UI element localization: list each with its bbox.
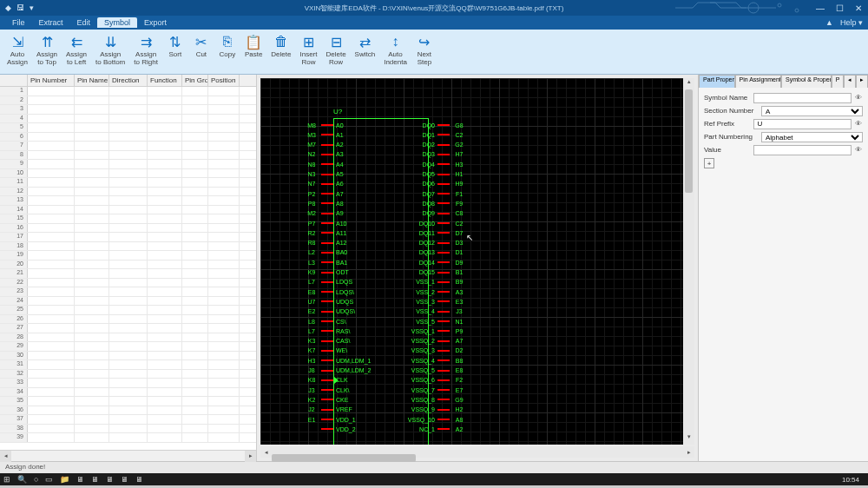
taskbar-icon[interactable]: 🖥 bbox=[121, 475, 128, 484]
prop-select[interactable]: Alphabet bbox=[761, 132, 863, 142]
table-row[interactable]: 31 bbox=[0, 360, 256, 370]
menu-symbol[interactable]: Symbol bbox=[97, 17, 137, 28]
pin-left[interactable]: L2BA0 bbox=[302, 249, 350, 256]
pin-left[interactable]: K8CLK bbox=[302, 377, 351, 384]
pin-right[interactable]: G2DQ2 bbox=[398, 142, 469, 148]
qat-dropdown-icon[interactable]: ▾ bbox=[30, 3, 34, 12]
pin-right[interactable]: B1DQ15 bbox=[398, 269, 469, 276]
table-row[interactable]: 39 bbox=[0, 433, 256, 443]
canvas-scroll-h[interactable]: ◂ ▸ bbox=[260, 446, 694, 458]
table-row[interactable]: 21 bbox=[0, 269, 256, 279]
col-pin-name[interactable]: Pin Name bbox=[75, 75, 109, 86]
help-button[interactable]: Help ▾ bbox=[840, 18, 863, 27]
pin-left[interactable]: L3BA1 bbox=[302, 259, 350, 266]
ribbon-delete[interactable]: 🗑Delete bbox=[267, 32, 294, 60]
table-row[interactable]: 2 bbox=[0, 96, 256, 106]
ribbon-paste[interactable]: 📋Paste bbox=[241, 32, 266, 60]
scroll-h-thumb[interactable] bbox=[272, 454, 416, 462]
table-row[interactable]: 13 bbox=[0, 196, 256, 206]
pin-right[interactable]: G8DQ0 bbox=[398, 122, 469, 129]
ribbon-cut[interactable]: ✂Cut bbox=[189, 32, 214, 60]
pin-left[interactable]: K2CKE bbox=[302, 396, 351, 403]
table-row[interactable]: 12 bbox=[0, 188, 256, 197]
pin-left[interactable]: R2A11 bbox=[302, 229, 349, 236]
prop-input[interactable] bbox=[753, 119, 852, 129]
pin-left[interactable]: U7UDQS bbox=[302, 298, 356, 305]
symbol-canvas[interactable]: U? M8A0M3A1M7A2N2A3N8A4N3A5N7A6P2A7P8A8M… bbox=[260, 78, 694, 445]
pin-right[interactable]: B8VSSQ_4 bbox=[398, 357, 469, 364]
pin-left[interactable]: P7A10 bbox=[302, 220, 349, 227]
pin-right[interactable]: P9VSSQ_1 bbox=[398, 327, 469, 334]
menu-export[interactable]: Export bbox=[137, 17, 174, 28]
pin-left[interactable]: L7RAS\ bbox=[302, 327, 352, 334]
pin-left[interactable]: J3CLK\ bbox=[302, 386, 352, 393]
pin-right[interactable]: A8VSSQ_10 bbox=[398, 416, 469, 423]
table-row[interactable]: 14 bbox=[0, 206, 256, 215]
pin-left[interactable]: N3A5 bbox=[302, 171, 346, 178]
col-function[interactable]: Function bbox=[148, 75, 182, 86]
table-row[interactable]: 1 bbox=[0, 87, 256, 96]
pin-right[interactable]: J3VSS_4 bbox=[398, 308, 469, 315]
pin-right[interactable]: H2VSSQ_9 bbox=[398, 406, 469, 413]
ribbon-assign-to-left[interactable]: ⇇Assignto Left bbox=[62, 32, 90, 68]
table-row[interactable]: 9 bbox=[0, 160, 256, 169]
pin-left[interactable]: L7LDQS bbox=[302, 279, 355, 286]
table-row[interactable]: 34 bbox=[0, 388, 256, 398]
pin-left[interactable]: E2UDQS\ bbox=[302, 308, 358, 315]
ribbon-delete-row[interactable]: ⊟DeleteRow bbox=[322, 32, 349, 68]
scroll-right-icon[interactable]: ▸ bbox=[245, 451, 256, 462]
ribbon-assign-to-right[interactable]: ⇉Assignto Right bbox=[130, 32, 161, 68]
table-row[interactable]: 11 bbox=[0, 178, 256, 188]
pin-right[interactable]: H9DQ6 bbox=[398, 181, 469, 188]
taskbar-icon[interactable]: 🖥 bbox=[106, 475, 114, 484]
pin-left[interactable]: K7WE\ bbox=[302, 347, 350, 354]
pin-right[interactable]: F2VSSQ_6 bbox=[398, 377, 469, 384]
pin-right[interactable]: H1DQ5 bbox=[398, 171, 469, 178]
col-direction[interactable]: Direction bbox=[109, 75, 148, 86]
taskbar-icon[interactable]: 🖥 bbox=[91, 475, 99, 484]
table-row[interactable]: 35 bbox=[0, 397, 256, 406]
col-position[interactable]: Position bbox=[208, 75, 240, 86]
scroll-right-icon[interactable]: ▸ bbox=[683, 449, 694, 456]
pin-left[interactable]: VDD_2 bbox=[302, 425, 358, 432]
pin-left[interactable]: H3UDM,LDM_1 bbox=[302, 357, 373, 364]
ribbon-assign-to-top[interactable]: ⇈Assignto Top bbox=[33, 32, 61, 68]
pin-right[interactable]: A3VSS_2 bbox=[398, 288, 469, 295]
pin-left[interactable]: P8A8 bbox=[302, 200, 346, 207]
prop-tab[interactable]: Pin Assignment Rule bbox=[735, 75, 782, 88]
pin-left[interactable]: M7A2 bbox=[302, 142, 346, 148]
scroll-down-icon[interactable]: ▾ bbox=[683, 433, 694, 445]
scroll-left-icon[interactable]: ◂ bbox=[0, 451, 11, 462]
pin-right[interactable]: E3VSS_3 bbox=[398, 298, 469, 305]
table-row[interactable]: 22 bbox=[0, 279, 256, 288]
ribbon-collapse-icon[interactable]: ▲ bbox=[825, 18, 833, 27]
table-row[interactable]: 10 bbox=[0, 169, 256, 179]
visibility-icon[interactable]: 👁 bbox=[855, 146, 863, 154]
pin-right[interactable]: E8VSSQ_5 bbox=[398, 367, 469, 374]
taskbar-icon[interactable]: 📁 bbox=[60, 475, 69, 484]
pin-right[interactable]: C2DQ1 bbox=[398, 131, 469, 138]
pin-left[interactable]: M8A0 bbox=[302, 122, 346, 129]
taskbar-icon[interactable]: ○ bbox=[34, 475, 38, 484]
canvas-scroll-v[interactable]: ▴ ▾ bbox=[683, 78, 694, 445]
table-row[interactable]: 8 bbox=[0, 151, 256, 161]
table-row[interactable]: 37 bbox=[0, 415, 256, 425]
pin-left[interactable]: M2A9 bbox=[302, 210, 346, 217]
table-row[interactable]: 33 bbox=[0, 379, 256, 388]
pin-left[interactable]: J8UDM,LDM_2 bbox=[302, 367, 373, 374]
table-row[interactable]: 19 bbox=[0, 251, 256, 260]
visibility-icon[interactable]: 👁 bbox=[855, 120, 863, 128]
prop-tab[interactable]: P bbox=[832, 75, 844, 88]
table-row[interactable]: 36 bbox=[0, 406, 256, 416]
ribbon-assign-to-bottom[interactable]: ⇊Assignto Bottom bbox=[92, 32, 128, 68]
taskbar-icon[interactable]: 🔍 bbox=[17, 475, 27, 484]
pin-right[interactable]: F9DQ8 bbox=[398, 200, 469, 207]
table-row[interactable]: 4 bbox=[0, 115, 256, 124]
menu-edit[interactable]: Edit bbox=[70, 17, 98, 28]
table-row[interactable]: 3 bbox=[0, 105, 256, 115]
prop-input[interactable] bbox=[753, 145, 852, 155]
maximize-button[interactable]: ☐ bbox=[830, 3, 849, 13]
table-row[interactable]: 18 bbox=[0, 242, 256, 252]
pin-right[interactable]: D9DQ14 bbox=[398, 259, 469, 266]
prop-input[interactable] bbox=[753, 93, 852, 103]
